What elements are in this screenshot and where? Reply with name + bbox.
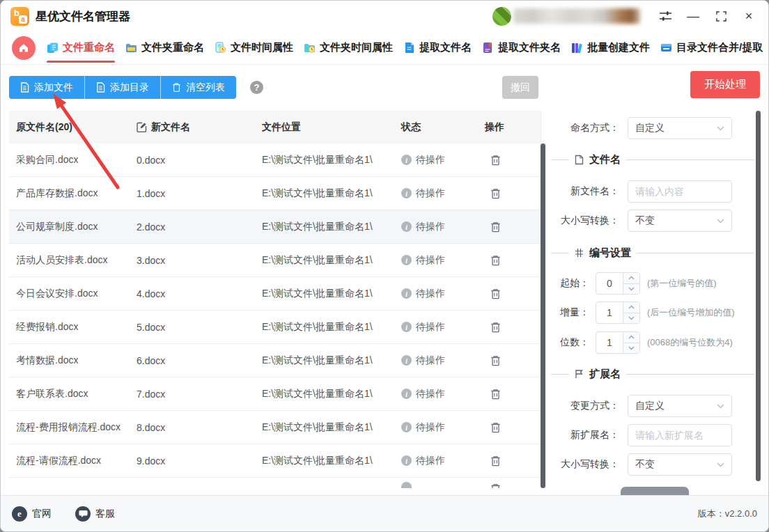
table-row[interactable]: 经费报销.docx 5.docx E:\测试文件\批量重命名1\ i待操作: [9, 311, 541, 344]
case-convert2-select[interactable]: 不变: [628, 453, 732, 476]
chevron-down-icon: [717, 126, 724, 131]
undo-button[interactable]: 撤回: [502, 76, 538, 99]
user-name-blurred: [513, 8, 640, 24]
minimize-button[interactable]: —: [683, 6, 703, 26]
stepper-up-icon[interactable]: [623, 332, 639, 343]
table-row[interactable]: 公司规章制度.docx 2.docx E:\测试文件\批量重命名1\ i待操作: [9, 210, 541, 244]
tab-file-time[interactable]: 文件时间属性: [215, 31, 293, 65]
panel-scrollbar[interactable]: [756, 111, 761, 481]
status-cell: i待操作: [394, 354, 478, 367]
table-scrollbar[interactable]: [541, 143, 545, 488]
chevron-down-icon: [717, 219, 724, 224]
change-mode-select[interactable]: 自定义: [628, 395, 732, 417]
version-text: 版本：v2.2.0.0: [698, 508, 757, 520]
delete-row-button[interactable]: [489, 387, 502, 401]
add-folder-button[interactable]: 添加目录: [84, 76, 160, 99]
file-rename-icon: [47, 42, 59, 54]
tab-folder-time[interactable]: 文件夹时间属性: [304, 31, 393, 65]
extension-section-header: 扩展名: [551, 363, 754, 384]
status-cell: i待操作: [394, 254, 478, 267]
app-title: 星优文件名管理器: [36, 8, 130, 24]
add-files-button[interactable]: 添加文件: [9, 76, 84, 99]
settings-sliders-icon[interactable]: [655, 6, 675, 26]
table-row[interactable]: 考情数据.docx 6.docx E:\测试文件\批量重命名1\ i待操作: [9, 344, 541, 377]
start-number-stepper[interactable]: 0: [596, 272, 640, 295]
table-row[interactable]: 采购合同.docx 0.docx E:\测试文件\批量重命名1\ i待操作: [9, 143, 541, 177]
user-account-badge[interactable]: [492, 7, 640, 26]
tab-batch-create[interactable]: 批量创建文件: [571, 31, 650, 65]
table-row[interactable]: 流程-费用报销流程.docx 8.docx E:\测试文件\批量重命名1\ i待…: [9, 411, 541, 444]
delete-row-button[interactable]: [489, 187, 502, 201]
header-location: 文件位置: [255, 121, 394, 134]
app-window: b a 星优文件名管理器 — × 文件重命名 文件夹重命名: [0, 0, 769, 532]
tab-label: 文件夹时间属性: [320, 41, 393, 54]
new-name: 4.docx: [130, 288, 255, 299]
new-extension-input[interactable]: [628, 424, 732, 446]
case-convert2-row: 大小写转换： 不变: [551, 453, 754, 476]
delete-row-button[interactable]: [489, 287, 502, 301]
tab-folder-rename[interactable]: 文件夹重命名: [125, 31, 204, 65]
trash-icon: [490, 422, 501, 433]
tab-extract-filename[interactable]: 提取文件名: [403, 31, 472, 65]
table-row[interactable]: 客户联系表.docx 7.docx E:\测试文件\批量重命名1\ i待操作: [9, 377, 541, 411]
info-icon: [401, 482, 412, 488]
delete-row-button[interactable]: [489, 421, 502, 435]
toolbar-button-group: 添加文件 添加目录 清空列表: [9, 76, 236, 99]
original-name: 考情数据.docx: [9, 354, 130, 367]
delete-row-button[interactable]: [489, 220, 502, 234]
header-original-name: 原文件名(20): [9, 121, 130, 134]
stepper-down-icon[interactable]: [623, 343, 639, 354]
official-site-link[interactable]: e 官网: [12, 506, 52, 522]
delete-row-button[interactable]: [489, 320, 502, 334]
status-cell: i待操作: [394, 154, 478, 166]
tab-file-rename[interactable]: 文件重命名: [47, 31, 115, 65]
delete-row-button[interactable]: [489, 253, 502, 267]
tab-label: 文件重命名: [63, 41, 115, 54]
new-filename-row: 新文件名：: [551, 180, 754, 203]
extract-filename-icon: [403, 42, 415, 54]
tab-merge-extract[interactable]: 目录文件合并/提取: [660, 31, 763, 65]
status-cell: i待操作: [394, 187, 478, 200]
stepper-up-icon[interactable]: [623, 273, 639, 284]
partial-button-top: [621, 487, 689, 495]
table-row[interactable]: 流程-请假流程.docx 9.docx E:\测试文件\批量重命名1\ i待操作: [9, 444, 541, 478]
status-cell: i待操作: [394, 321, 478, 334]
close-button[interactable]: ×: [739, 6, 759, 26]
new-name: 1.docx: [130, 188, 255, 199]
delete-row-button[interactable]: [489, 454, 502, 468]
stepper-down-icon[interactable]: [623, 284, 639, 295]
naming-mode-row: 命名方式： 自定义: [551, 117, 754, 139]
home-button[interactable]: [12, 36, 36, 60]
trash-icon: [490, 188, 501, 199]
trash-icon: [172, 82, 181, 93]
info-icon: i: [401, 422, 412, 432]
table-row[interactable]: 今日会议安排.docx 4.docx E:\测试文件\批量重命名1\ i待操作: [9, 277, 541, 311]
new-filename-input[interactable]: [628, 180, 732, 203]
naming-mode-select[interactable]: 自定义: [628, 117, 732, 139]
increment-stepper[interactable]: 1: [596, 302, 640, 324]
start-process-button[interactable]: 开始处理: [690, 71, 760, 98]
maximize-button[interactable]: [711, 6, 731, 26]
merge-extract-icon: [660, 42, 672, 54]
new-name: 5.docx: [130, 322, 255, 333]
delete-row-button[interactable]: [489, 354, 502, 368]
table-row[interactable]: 产品库存数据.docx 1.docx E:\测试文件\批量重命名1\ i待操作: [9, 177, 541, 210]
case-convert-select[interactable]: 不变: [628, 210, 732, 232]
digits-stepper[interactable]: 1: [596, 331, 640, 354]
file-location: E:\测试文件\批量重命名1\: [255, 388, 394, 400]
delete-row-button[interactable]: [489, 482, 502, 488]
trash-icon: [490, 483, 501, 488]
file-table: 原文件名(20) 新文件名 文件位置 状态 操作 采购合同.docx 0.doc…: [9, 111, 541, 488]
help-icon[interactable]: ?: [250, 81, 263, 94]
delete-row-button[interactable]: [489, 153, 502, 167]
flag-icon: [575, 369, 584, 379]
chat-icon: [75, 506, 91, 522]
stepper-down-icon[interactable]: [623, 313, 639, 324]
tab-extract-foldername[interactable]: 提取文件夹名: [482, 31, 561, 65]
table-row[interactable]: 活动人员安排表.docx 3.docx E:\测试文件\批量重命名1\ i待操作: [9, 244, 541, 277]
customer-service-link[interactable]: 客服: [75, 506, 115, 522]
clear-list-button[interactable]: 清空列表: [160, 76, 236, 99]
batch-create-icon: [571, 42, 583, 54]
stepper-up-icon[interactable]: [623, 302, 639, 313]
filename-section-header: 文件名: [551, 149, 754, 170]
